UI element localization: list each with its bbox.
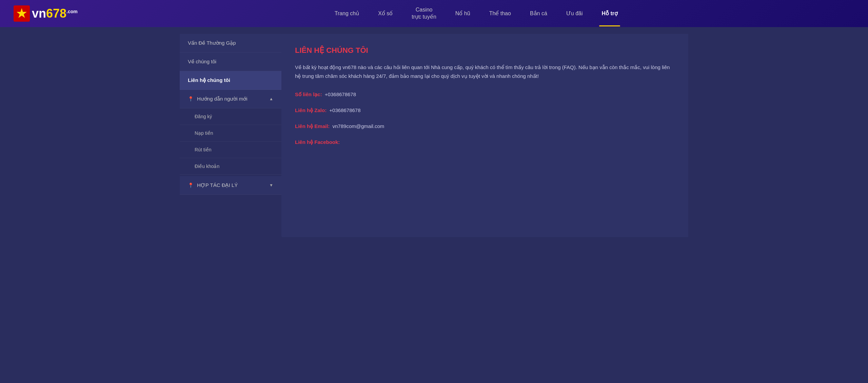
nav-casino[interactable]: Casinotrực tuyến — [402, 0, 446, 30]
sidebar-item-label: Vấn Đề Thường Gặp — [188, 40, 236, 46]
contact-label-email: Liên hệ Email: — [295, 123, 330, 129]
nav-the-thao[interactable]: Thể thao — [480, 1, 520, 27]
content-title: LIÊN HỆ CHÚNG TÔI — [295, 46, 675, 55]
sidebar-item-label: Điều khoản — [195, 164, 219, 169]
contact-so-lien-lac: Số liên lạc: +0368678678 — [295, 90, 675, 99]
sidebar-item-van-de-thuong-gap[interactable]: Vấn Đề Thường Gặp — [180, 34, 281, 52]
sidebar-item-rut-tien[interactable]: Rút tiền — [180, 142, 281, 158]
logo[interactable]: vn678.com — [14, 5, 78, 22]
chevron-up-icon: ▲ — [269, 97, 273, 101]
logo-text: vn678.com — [32, 6, 78, 21]
content-description: Về bất kỳ hoạt động vn678 nào và các câu… — [295, 63, 675, 80]
chevron-down-icon: ▼ — [269, 183, 273, 188]
sidebar-item-huong-dan-nguoi-moi[interactable]: 📍 Hướng dẫn người mới ▲ — [180, 90, 281, 108]
sidebar: Vấn Đề Thường Gặp Về chúng tôi Liên hệ c… — [180, 34, 281, 237]
sidebar-item-label: Về chúng tôi — [188, 59, 216, 65]
contact-facebook: Liên hệ Facebook: — [295, 137, 675, 147]
nav-trang-chu[interactable]: Trang chủ — [325, 1, 369, 27]
nav-xo-so[interactable]: Xổ số — [369, 1, 402, 27]
sidebar-item-label: Đăng ký — [195, 114, 212, 119]
nav-uu-dai[interactable]: Ưu đãi — [557, 1, 592, 27]
sidebar-item-dang-ky[interactable]: Đăng ký — [180, 108, 281, 125]
contact-label-zalo: Liên hệ Zalo: — [295, 107, 327, 113]
main-container: Vấn Đề Thường Gặp Về chúng tôi Liên hệ c… — [173, 34, 695, 237]
contact-email: Liên hệ Email: vn789com@gmail.com — [295, 122, 675, 131]
nav-ho-tro[interactable]: Hỗ trợ — [592, 1, 628, 27]
main-nav: Trang chủ Xổ số Casinotrực tuyến Nổ hũ T… — [98, 0, 854, 30]
content-area: LIÊN HỆ CHÚNG TÔI Về bất kỳ hoạt động vn… — [281, 34, 688, 237]
contact-value-zalo: +0368678678 — [329, 107, 360, 113]
nav-ban-ca[interactable]: Bắn cá — [520, 1, 557, 27]
sidebar-item-hop-tac-dai-ly[interactable]: 📍 HỢP TÁC ĐẠI LÝ ▼ — [180, 176, 281, 195]
location-icon-2: 📍 — [188, 183, 194, 188]
sidebar-item-label: HỢP TÁC ĐẠI LÝ — [197, 182, 238, 188]
contact-value-phone: +0368678678 — [325, 91, 356, 97]
sidebar-item-label: Rút tiền — [195, 147, 211, 152]
contact-label-facebook: Liên hệ Facebook: — [295, 139, 340, 145]
location-icon: 📍 — [188, 96, 194, 102]
logo-flag-icon — [14, 5, 30, 22]
contact-zalo: Liên hệ Zalo: +0368678678 — [295, 106, 675, 115]
sidebar-item-label: Liên hệ chúng tôi — [188, 77, 230, 83]
nav-no-hu[interactable]: Nổ hũ — [446, 1, 480, 27]
sidebar-item-dieu-khoan[interactable]: Điều khoản — [180, 158, 281, 175]
sidebar-item-ve-chung-toi[interactable]: Về chúng tôi — [180, 52, 281, 71]
contact-label-phone: Số liên lạc: — [295, 91, 322, 97]
contact-value-email: vn789com@gmail.com — [333, 123, 384, 129]
sidebar-item-label: Nạp tiền — [195, 130, 213, 136]
sidebar-item-label: Hướng dẫn người mới — [197, 96, 248, 102]
sidebar-item-nap-tien[interactable]: Nạp tiền — [180, 125, 281, 142]
header: vn678.com Trang chủ Xổ số Casinotrực tuy… — [0, 0, 868, 27]
sidebar-item-lien-he-chung-toi[interactable]: Liên hệ chúng tôi — [180, 71, 281, 90]
